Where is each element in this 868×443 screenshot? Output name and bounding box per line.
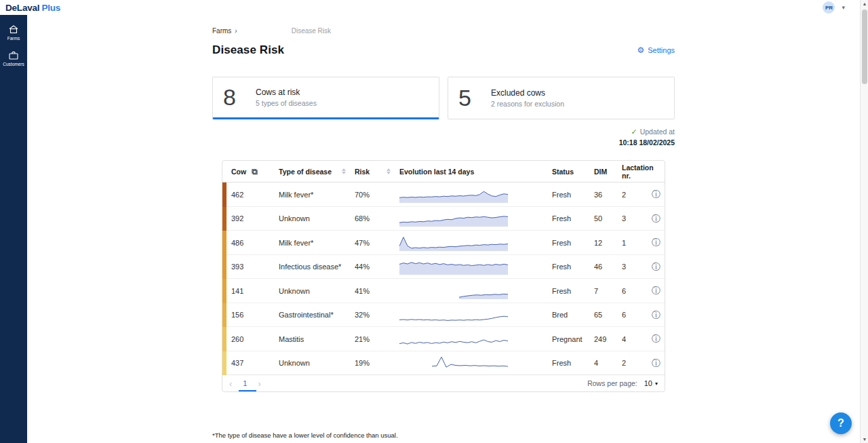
evolution-sparkline xyxy=(395,282,547,300)
scrollbar[interactable]: ▲ ▼ xyxy=(860,0,868,443)
sidebar-item-label: Farms xyxy=(7,36,20,41)
column-header-disease[interactable]: Type of disease xyxy=(274,168,350,176)
sidebar-item-customers[interactable]: Customers xyxy=(0,50,27,66)
brand-secondary: Plus xyxy=(41,3,60,13)
table-row[interactable]: 156 Gastrointestinal* 32% Bred 65 6 ⓘ xyxy=(222,303,665,328)
sort-icon xyxy=(387,168,391,174)
cell-cow: 392 xyxy=(226,214,274,223)
card-excluded-cows[interactable]: 5 Excluded cows 2 reasons for exclusion xyxy=(448,77,675,119)
cell-cow: 260 xyxy=(226,335,274,343)
column-header-cow: Cow ⧉ xyxy=(226,168,274,176)
rows-per-page-select[interactable]: 10 ▾ xyxy=(644,379,658,387)
sidebar-item-farms[interactable]: Farms xyxy=(0,24,27,41)
active-page-indicator xyxy=(239,390,256,391)
cell-disease: Unknown xyxy=(274,287,350,295)
info-icon[interactable]: ⓘ xyxy=(647,311,665,320)
scroll-down-icon[interactable]: ▼ xyxy=(861,437,868,442)
table-row[interactable]: 437 Unknown 19% Fresh 4 2 ⓘ xyxy=(222,351,665,376)
breadcrumb-current: Disease Risk xyxy=(292,27,331,35)
cell-disease: Milk fever* xyxy=(274,239,350,247)
cell-cow: 437 xyxy=(226,359,274,367)
cell-status: Fresh xyxy=(547,239,589,247)
scrollbar-thumb[interactable] xyxy=(862,9,867,84)
column-header-dim: DIM xyxy=(589,168,617,176)
main-area: Farms › Disease Risk Disease Risk ⚙ Sett… xyxy=(27,15,860,443)
copy-icon[interactable]: ⧉ xyxy=(252,168,258,176)
top-bar: DeLavalPlus PR ▾ xyxy=(0,0,868,15)
table-body: 462 Milk fever* 70% Fresh 36 2 ⓘ 392 Unk… xyxy=(222,182,665,375)
info-icon[interactable]: ⓘ xyxy=(647,214,665,223)
column-header-status: Status xyxy=(547,168,589,176)
table-row[interactable]: 141 Unknown 41% Fresh 7 6 ⓘ xyxy=(222,279,665,303)
cell-risk: 21% xyxy=(350,335,395,343)
chevron-down-icon: ▾ xyxy=(655,381,658,387)
card-subtitle: 5 types of diseases xyxy=(256,99,317,107)
footnote: *The type of disease have a lower level … xyxy=(212,431,675,439)
cell-status: Fresh xyxy=(547,263,589,271)
table-row[interactable]: 393 Infectious disease* 44% Fresh 46 3 ⓘ xyxy=(222,255,665,280)
info-icon[interactable]: ⓘ xyxy=(647,263,665,271)
column-header-lactation: Lactation nr. xyxy=(617,163,647,180)
cell-dim: 36 xyxy=(589,191,617,199)
cell-cow: 462 xyxy=(226,191,274,199)
card-value: 5 xyxy=(458,85,481,111)
evolution-sparkline xyxy=(395,258,547,275)
table-row[interactable]: 392 Unknown 68% Fresh 50 3 ⓘ xyxy=(222,207,665,231)
cell-status: Fresh xyxy=(547,359,589,367)
page-number[interactable]: 1 xyxy=(243,379,247,387)
cell-lactation: 2 xyxy=(617,191,647,199)
prev-page-icon[interactable]: ‹ xyxy=(229,379,232,389)
disease-risk-table: Cow ⧉ Type of disease Risk Evolution las… xyxy=(222,160,665,392)
column-header-evolution: Evolution last 14 days xyxy=(395,168,547,176)
table-row[interactable]: 486 Milk fever* 47% Fresh 12 1 ⓘ xyxy=(222,231,665,255)
info-icon[interactable]: ⓘ xyxy=(647,238,665,247)
next-page-icon[interactable]: › xyxy=(258,379,260,389)
cell-disease: Unknown xyxy=(274,214,350,223)
cell-dim: 65 xyxy=(589,311,617,319)
cell-dim: 4 xyxy=(589,359,617,367)
cell-lactation: 3 xyxy=(617,263,647,271)
sidebar: Farms Customers xyxy=(0,15,27,443)
card-title: Excluded cows xyxy=(491,88,564,98)
settings-button[interactable]: ⚙ Settings xyxy=(637,46,675,54)
help-button[interactable]: ? xyxy=(830,412,852,434)
breadcrumb: Farms › Disease Risk xyxy=(212,27,675,35)
table-row[interactable]: 462 Milk fever* 70% Fresh 36 2 ⓘ xyxy=(222,182,665,207)
cell-disease: Infectious disease* xyxy=(274,263,350,271)
farms-icon xyxy=(8,24,19,35)
cell-disease: Milk fever* xyxy=(274,191,350,199)
chevron-down-icon[interactable]: ▾ xyxy=(842,4,845,11)
info-icon[interactable]: ⓘ xyxy=(647,334,665,343)
table-row[interactable]: 260 Mastitis 21% Pregnant 249 4 ⓘ xyxy=(222,327,665,351)
rows-per-page-label: Rows per page: xyxy=(587,379,637,387)
cell-dim: 50 xyxy=(589,214,617,223)
cell-cow: 486 xyxy=(226,239,274,247)
cell-risk: 32% xyxy=(350,311,395,319)
cell-status: Bred xyxy=(547,311,589,319)
check-icon: ✓ xyxy=(631,128,637,136)
cell-disease: Unknown xyxy=(274,359,350,367)
cell-disease: Mastitis xyxy=(274,335,350,343)
evolution-sparkline xyxy=(395,234,547,252)
column-header-risk[interactable]: Risk xyxy=(350,168,395,176)
evolution-sparkline xyxy=(395,330,547,348)
info-icon[interactable]: ⓘ xyxy=(647,286,665,295)
cell-lactation: 1 xyxy=(617,239,647,247)
cell-risk: 44% xyxy=(350,263,395,271)
user-menu[interactable]: PR ▾ xyxy=(823,1,845,14)
page-title: Disease Risk xyxy=(212,43,284,57)
card-subtitle: 2 reasons for exclusion xyxy=(491,100,564,108)
cell-risk: 19% xyxy=(350,359,395,367)
avatar[interactable]: PR xyxy=(823,1,835,14)
info-icon[interactable]: ⓘ xyxy=(647,190,665,199)
sidebar-item-label: Customers xyxy=(3,62,24,66)
cell-dim: 7 xyxy=(589,287,617,295)
cell-dim: 46 xyxy=(589,263,617,271)
info-icon[interactable]: ⓘ xyxy=(647,359,665,368)
scroll-up-icon[interactable]: ▲ xyxy=(861,1,868,6)
cell-risk: 47% xyxy=(350,239,395,247)
breadcrumb-root[interactable]: Farms xyxy=(212,27,231,35)
card-cows-at-risk[interactable]: 8 Cows at risk 5 types of diseases xyxy=(212,77,439,119)
cell-risk: 41% xyxy=(350,287,395,295)
updated-timestamp: 10:18 18/02/2025 xyxy=(212,138,675,147)
